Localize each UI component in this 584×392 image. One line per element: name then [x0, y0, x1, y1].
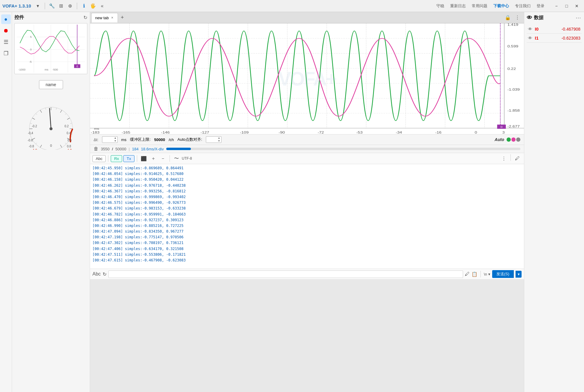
- dropdown-icon[interactable]: ▾: [35, 3, 41, 9]
- svg-text:-90: -90: [278, 131, 285, 134]
- svg-text:-146: -146: [161, 131, 170, 134]
- buffer-label: 缓冲区上限:: [130, 137, 151, 142]
- channel0-value: -0.467908: [561, 27, 580, 32]
- chart-area: VOFA+: [90, 23, 524, 134]
- send-history-icon[interactable]: ↻: [103, 271, 107, 277]
- dt-up[interactable]: ▲: [113, 137, 117, 140]
- fingerprint-icon[interactable]: 🖐: [90, 3, 96, 9]
- tab-new[interactable]: new tab ×: [91, 13, 118, 23]
- sidebar-icon-circle[interactable]: ●: [1, 14, 11, 24]
- minimize-button[interactable]: −: [552, 2, 561, 10]
- rx-button[interactable]: Rx: [111, 155, 122, 162]
- serial-content: [00:42:45.950] simples:-0.869689, 0.8644…: [90, 164, 524, 269]
- svg-line-26: [60, 145, 62, 148]
- svg-text:-0.6: -0.6: [28, 139, 33, 142]
- wrench-icon[interactable]: 🔧: [49, 3, 55, 9]
- svg-text:-127: -127: [200, 131, 209, 134]
- info-icon[interactable]: ℹ: [81, 3, 87, 9]
- wave-icon[interactable]: 〜: [172, 154, 181, 163]
- tab-close-button[interactable]: ×: [111, 15, 114, 20]
- serial-line: [00:42:46.990] simples:-0.885216, 0.7272…: [92, 223, 522, 229]
- dt-down[interactable]: ▼: [113, 140, 117, 143]
- progress-bar-area: 🗑 3550 / 50000 | 184 18.6ms/X-div: [90, 145, 524, 153]
- svg-text:-34: -34: [396, 131, 402, 134]
- minus-icon[interactable]: －: [159, 154, 167, 163]
- nav-contact[interactable]: 专注我们: [515, 3, 531, 9]
- close-button[interactable]: ✕: [572, 2, 582, 10]
- sep2: [137, 155, 137, 162]
- sep3: [170, 155, 170, 162]
- dt-input[interactable]: 1: [102, 137, 113, 143]
- progress-extra2: 18.6ms/X-div: [141, 147, 164, 151]
- name-widget[interactable]: name: [39, 80, 63, 89]
- auto-down[interactable]: ▼: [217, 140, 221, 143]
- newline-selector[interactable]: \n ▾: [484, 272, 490, 276]
- mini-chart-svg: 5 0 -5 -1000 ms -500 0: [16, 25, 86, 73]
- channel0-eye-icon[interactable]: 👁: [528, 26, 532, 32]
- channel0-dot[interactable]: [507, 137, 511, 142]
- nav-login[interactable]: 登录: [537, 3, 544, 9]
- send-button[interactable]: 发送(S): [492, 270, 514, 278]
- paste-icon[interactable]: 📋: [471, 271, 477, 277]
- maximize-button[interactable]: □: [562, 2, 571, 10]
- abc-button[interactable]: Abc: [92, 155, 106, 162]
- clear-input-icon[interactable]: 🖊: [465, 271, 470, 277]
- svg-line-32: [56, 108, 57, 110]
- channel-I0: 👁 I0 -0.467908: [527, 25, 582, 34]
- serial-line: [00:42:46.262] simples:-0.976718, -0.440…: [92, 183, 522, 188]
- serial-line: [00:42:46.575] simples:-0.996490, -0.926…: [92, 200, 522, 206]
- chart-controls: Δt: 1 ▲ ▼ ms 缓冲区上限: 50000 /ch Auto点数对齐: …: [90, 134, 524, 145]
- lock-icon[interactable]: 🔒: [504, 14, 512, 22]
- grid-icon[interactable]: ⊞: [58, 3, 64, 9]
- svg-rect-50: [90, 23, 524, 128]
- svg-text:-5: -5: [29, 60, 32, 63]
- svg-text:ms: ms: [94, 127, 99, 130]
- trash-icon[interactable]: 🗑: [94, 146, 98, 152]
- tab-add-button[interactable]: +: [119, 14, 126, 22]
- dt-spinbox[interactable]: 1 ▲ ▼: [102, 136, 118, 143]
- serial-line: [00:42:47.511] simples:-0.553806, -0.171…: [92, 252, 522, 258]
- eye-icon-main: 👁: [527, 15, 532, 21]
- tx-button[interactable]: Tx: [123, 155, 134, 162]
- nav-log[interactable]: 重新日志: [450, 3, 466, 9]
- channel1-dot[interactable]: [511, 137, 516, 142]
- serial-right-icons: ⋮ 🖊: [500, 154, 522, 163]
- dt-arrows: ▲ ▼: [113, 137, 117, 143]
- refresh-icon[interactable]: ↻: [83, 15, 87, 20]
- crosshair-icon[interactable]: ⊕: [67, 3, 73, 9]
- plus-icon[interactable]: ＋: [149, 154, 158, 163]
- serial-line: [00:42:46.367] simples:-0.993256, -0.816…: [92, 188, 522, 194]
- svg-point-49: [50, 127, 53, 130]
- channel1-eye-icon[interactable]: 👁: [528, 35, 532, 41]
- serial-toolbar: Abc Rx Tx ⬛ ＋ － 〜 UTF-8 ⋮ 🖊: [90, 153, 524, 164]
- channel2-dot[interactable]: [516, 137, 520, 142]
- align-icon[interactable]: ⬛: [140, 154, 148, 163]
- more-icon[interactable]: ⋮: [513, 14, 522, 22]
- data-panel-more-button[interactable]: ⋯: [576, 14, 582, 21]
- back-icon[interactable]: «: [99, 3, 105, 9]
- auto-up[interactable]: ▲: [217, 137, 221, 140]
- sidebar-icon-record[interactable]: ⏺: [1, 26, 11, 35]
- svg-text:5: 5: [30, 35, 32, 38]
- serial-input-field[interactable]: [108, 270, 463, 278]
- serial-more-icon[interactable]: ⋮: [500, 154, 508, 163]
- auto-input[interactable]: 100: [206, 137, 217, 143]
- nav-download[interactable]: 下载中心: [493, 3, 509, 9]
- nav-shouwen[interactable]: 守稳: [436, 3, 444, 9]
- svg-text:-183: -183: [91, 131, 100, 134]
- svg-line-23: [67, 118, 70, 119]
- send-dropdown-button[interactable]: ▾: [516, 271, 522, 278]
- nav-links: 守稳 重新日志 常用问题 下载中心 专注我们 登录: [436, 3, 544, 9]
- auto-spinbox[interactable]: 100 ▲ ▼: [206, 136, 221, 143]
- serial-line: [00:42:47.615] simples:-0.467908, -0.623…: [92, 258, 522, 263]
- tab-bar: new tab × + 🔒 ⋮: [90, 12, 524, 23]
- serial-line: [00:42:46.886] simples:-0.927237, 0.3091…: [92, 217, 522, 223]
- sidebar-icon-lines[interactable]: ☰: [1, 37, 11, 47]
- svg-text:-1000: -1000: [18, 68, 26, 71]
- separator2: [77, 3, 77, 9]
- serial-line: [00:42:46.782] simples:-0.959991, -0.184…: [92, 212, 522, 217]
- nav-faq[interactable]: 常用问题: [472, 3, 487, 9]
- sidebar-icon-layers[interactable]: ❐: [1, 49, 11, 58]
- clear-icon[interactable]: 🖊: [513, 154, 522, 163]
- sep1: [108, 155, 108, 162]
